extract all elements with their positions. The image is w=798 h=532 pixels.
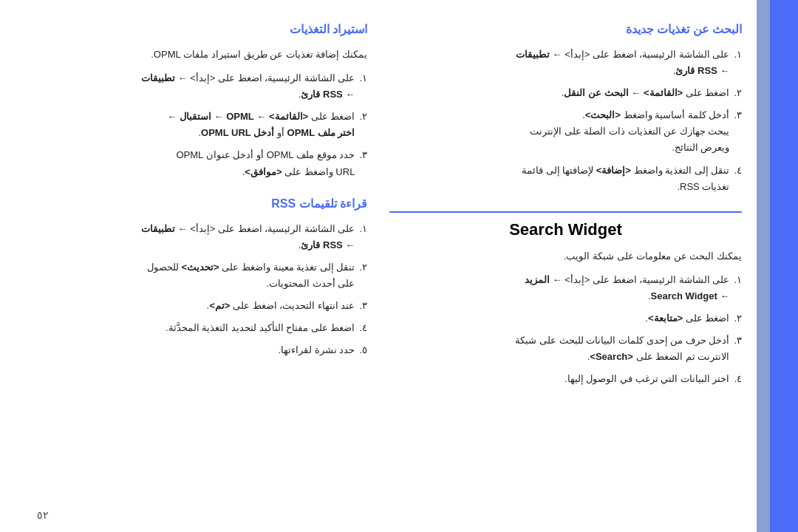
list-content-2: اضغط على <القائمة> ← البحث عن النقل. (389, 85, 729, 101)
sw-list-num-3: ٣. (734, 332, 742, 365)
list-content-3: أدخل كلمة أساسية واضغط <البحث>. يبحث جها… (389, 107, 729, 156)
read-list-num-1: ١. (359, 221, 367, 253)
read-list-content-2: تنقل إلى تغذية معينة واضغط على <تحديث> ل… (15, 259, 355, 292)
read-list-num-4: ٤. (359, 320, 367, 336)
list-content-4: تنقل إلى التغذية واضغط <إضافة> لإضافتها … (389, 163, 729, 195)
sidebar-strip (770, 0, 798, 532)
sw-list-content-3: أدخل حرف من إحدى كلمات البيانات للبحث عل… (389, 332, 729, 365)
search-widget-title: Search Widget (389, 220, 742, 239)
list-item: حدد موقع ملف OPML أو أدخل عنوان OPML URL… (15, 147, 367, 180)
read-rss-title: قراءة تلقيمات RSS (15, 197, 367, 211)
import-list-content-1: على الشاشة الرئيسية، اضغط على <إبدأ> ← ت… (15, 70, 355, 103)
read-list-content-5: حدد نشرة لقراءتها. (15, 342, 355, 358)
read-list-content-4: اضغط على مفتاح التأكيد لتحديد التغذية ال… (15, 320, 355, 336)
list-item: أدخل كلمة أساسية واضغط <البحث>. يبحث جها… (389, 107, 742, 156)
right-column: استيراد التغذيات يمكنك إضافة تغذيات عن ط… (15, 22, 367, 517)
list-item: اختر البيانات التي ترغب في الوصول إليها.… (389, 371, 742, 387)
left-column: البحث عن تغذيات جديدة على الشاشة الرئيسي… (389, 22, 742, 517)
import-list-content-2: اضغط على <القائمة> ← OPML ← استقبال ← اخ… (15, 109, 355, 141)
search-widget-intro: يمكنك البحث عن معلومات على شبكة الويب. (389, 248, 742, 265)
read-rss-section: قراءة تلقيمات RSS على الشاشة الرئيسية، ا… (15, 197, 367, 359)
read-list-num-5: ٥. (359, 342, 367, 358)
import-feeds-section: استيراد التغذيات يمكنك إضافة تغذيات عن ط… (15, 22, 367, 180)
list-item: اضغط على <متابعة>. ٢. (389, 310, 742, 327)
list-content-1: على الشاشة الرئيسية، اضغط على <إبدأ> ← ت… (389, 47, 729, 79)
list-num-1: ١. (734, 47, 742, 79)
columns-layout: البحث عن تغذيات جديدة على الشاشة الرئيسي… (15, 22, 742, 517)
import-feeds-intro: يمكنك إضافة تغذيات عن طريق استيراد ملفات… (15, 47, 367, 63)
list-item: اضغط على <القائمة> ← البحث عن النقل. ٢. (389, 85, 742, 101)
list-num-3: ٣. (734, 107, 742, 156)
list-num-4: ٤. (734, 163, 742, 195)
import-list-num-2: ٢. (359, 109, 367, 141)
main-content: البحث عن تغذيات جديدة على الشاشة الرئيسي… (0, 0, 757, 532)
list-item: اضغط على مفتاح التأكيد لتحديد التغذية ال… (15, 320, 367, 336)
search-widget-section: Search Widget يمكنك البحث عن معلومات على… (389, 211, 742, 388)
sw-list-content-1: على الشاشة الرئيسية، اضغط على <إبدأ> ← ا… (389, 272, 729, 304)
sw-list-num-1: ١. (734, 272, 742, 304)
list-num-2: ٢. (734, 85, 742, 101)
list-item: اضغط على <القائمة> ← OPML ← استقبال ← اخ… (15, 109, 367, 141)
sw-list-content-2: اضغط على <متابعة>. (389, 310, 729, 327)
search-feeds-section: البحث عن تغذيات جديدة على الشاشة الرئيسي… (389, 22, 742, 195)
list-item: عند انتهاء التحديث، اضغط على <تم>. ٣. (15, 298, 367, 314)
page-container: البحث عن تغذيات جديدة على الشاشة الرئيسي… (0, 0, 798, 532)
page-number: ٥٢ (37, 509, 49, 521)
sw-list-num-4: ٤. (734, 371, 742, 387)
sw-list-num-2: ٢. (734, 310, 742, 327)
list-item: على الشاشة الرئيسية، اضغط على <إبدأ> ← ت… (15, 70, 367, 103)
read-list-num-3: ٣. (359, 298, 367, 314)
import-feeds-title: استيراد التغذيات (15, 22, 367, 36)
list-item: على الشاشة الرئيسية، اضغط على <إبدأ> ← ت… (389, 47, 742, 79)
sw-list-content-4: اختر البيانات التي ترغب في الوصول إليها. (389, 371, 729, 387)
list-item: حدد نشرة لقراءتها. ٥. (15, 342, 367, 358)
sidebar-inner (757, 0, 770, 532)
list-item: أدخل حرف من إحدى كلمات البيانات للبحث عل… (389, 332, 742, 365)
import-list-num-3: ٣. (359, 147, 367, 180)
read-list-content-3: عند انتهاء التحديث، اضغط على <تم>. (15, 298, 355, 314)
read-list-num-2: ٢. (359, 259, 367, 292)
list-item: على الشاشة الرئيسية، اضغط على <إبدأ> ← ت… (15, 221, 367, 253)
list-item: تنقل إلى تغذية معينة واضغط على <تحديث> ل… (15, 259, 367, 292)
list-item: تنقل إلى التغذية واضغط <إضافة> لإضافتها … (389, 163, 742, 195)
read-list-content-1: على الشاشة الرئيسية، اضغط على <إبدأ> ← ت… (15, 221, 355, 253)
import-list-num-1: ١. (359, 70, 367, 103)
list-item: على الشاشة الرئيسية، اضغط على <إبدأ> ← ا… (389, 272, 742, 304)
import-list-content-3: حدد موقع ملف OPML أو أدخل عنوان OPML URL… (15, 147, 355, 180)
search-feeds-title: البحث عن تغذيات جديدة (389, 22, 742, 36)
